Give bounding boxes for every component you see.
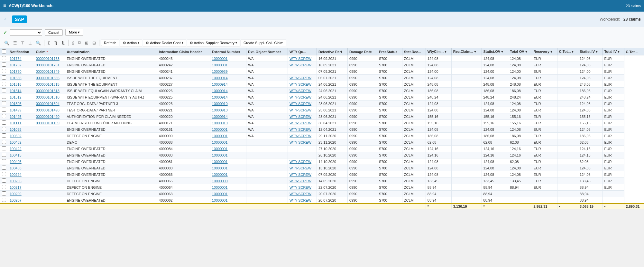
- cell-12-7[interactable]: WTY-SCREW: [288, 133, 317, 139]
- link-18-5[interactable]: 10000001: [212, 173, 228, 176]
- link-12-7[interactable]: WTY-SCREW: [290, 134, 311, 138]
- row-checkbox-cell[interactable]: [0, 88, 8, 94]
- col-wtyclm[interactable]: WtyCim... ▾: [426, 48, 451, 55]
- row-checkbox-cell[interactable]: [0, 107, 8, 113]
- row-checkbox[interactable]: [2, 95, 6, 99]
- row-checkbox[interactable]: [2, 82, 6, 86]
- search2-icon-btn[interactable]: 🔍: [34, 40, 42, 46]
- link-10-2[interactable]: 000000101109: [36, 121, 59, 125]
- cell-2-5[interactable]: 10000939: [210, 68, 246, 75]
- cell-8-2[interactable]: 000000101498: [34, 107, 65, 113]
- link-8-1[interactable]: 101499: [10, 108, 22, 112]
- cell-0-1[interactable]: 101764: [8, 55, 34, 62]
- row-checkbox[interactable]: [2, 127, 6, 131]
- col-total-ov[interactable]: Total OV ▾: [508, 48, 532, 55]
- row-checkbox[interactable]: [2, 62, 6, 67]
- cell-16-5[interactable]: 10000001: [210, 158, 246, 165]
- link-18-1[interactable]: 100294: [10, 173, 22, 176]
- list-icon-btn[interactable]: ☰: [12, 40, 19, 46]
- row-checkbox[interactable]: [2, 146, 6, 150]
- col-ctot[interactable]: C.Tot... ▾: [557, 48, 578, 55]
- row-checkbox[interactable]: [2, 172, 6, 176]
- row-checkbox-cell[interactable]: [0, 68, 8, 75]
- link-21-1[interactable]: 100209: [10, 192, 22, 196]
- cell-18-5[interactable]: 10000001: [210, 171, 246, 178]
- cell-9-1[interactable]: 101495: [8, 113, 34, 120]
- row-checkbox-cell[interactable]: [0, 75, 8, 81]
- cell-4-1[interactable]: 101516: [8, 81, 34, 88]
- link-6-2[interactable]: 000000101510: [36, 95, 59, 99]
- status-select[interactable]: [10, 29, 42, 36]
- cell-6-7[interactable]: WTY-SCREW: [288, 94, 317, 100]
- cell-4-2[interactable]: 000000101515: [34, 81, 65, 88]
- link-5-1[interactable]: 101514: [10, 89, 22, 93]
- link-0-1[interactable]: 101764: [10, 57, 22, 61]
- row-checkbox[interactable]: [2, 178, 6, 183]
- row-checkbox-cell[interactable]: [0, 126, 8, 133]
- row-checkbox-cell[interactable]: [0, 62, 8, 68]
- row-checkbox[interactable]: [2, 185, 6, 189]
- cell-5-5[interactable]: 10000914: [210, 88, 246, 94]
- row-checkbox[interactable]: [2, 75, 6, 80]
- link-8-7[interactable]: WTY-SCREW: [290, 108, 311, 112]
- link-12-5[interactable]: 10000001: [212, 134, 228, 138]
- link-2-1[interactable]: 101750: [10, 70, 22, 73]
- cell-0-7[interactable]: WTY-SCREW: [288, 55, 317, 62]
- cell-16-7[interactable]: WTY-SCREW: [288, 158, 317, 165]
- cell-12-5[interactable]: 10000001: [210, 133, 246, 139]
- cell-17-7[interactable]: WTY-SCREW: [288, 165, 317, 171]
- link-22-5[interactable]: 10000001: [212, 198, 228, 202]
- col-ext-number[interactable]: External Number: [210, 48, 246, 55]
- cell-8-7[interactable]: WTY-SCREW: [288, 107, 317, 113]
- cell-4-7[interactable]: WTY-SCREW: [288, 81, 317, 88]
- link-1-2[interactable]: 000000101761: [36, 63, 59, 67]
- row-checkbox[interactable]: [2, 198, 6, 202]
- col-stat-rec[interactable]: Stat.Rec...: [402, 48, 426, 55]
- row-checkbox[interactable]: [2, 159, 6, 163]
- hamburger-icon[interactable]: ≡: [3, 3, 6, 9]
- link-17-7[interactable]: WTY-SCREW: [290, 166, 311, 170]
- search-icon-btn[interactable]: 🔍: [3, 40, 11, 46]
- cell-1-1[interactable]: 101762: [8, 62, 34, 68]
- link-16-5[interactable]: 10000001: [212, 160, 228, 164]
- link-6-7[interactable]: WTY-SCREW: [290, 95, 311, 99]
- select-all-checkbox[interactable]: [2, 49, 6, 53]
- link-21-5[interactable]: 10000001: [212, 192, 228, 196]
- link-20-7[interactable]: WTY-SCREW: [290, 186, 311, 189]
- link-9-7[interactable]: WTY-SCREW: [290, 115, 311, 119]
- link-11-5[interactable]: 10000001: [212, 128, 228, 131]
- link-1-1[interactable]: 101762: [10, 63, 22, 67]
- cell-13-7[interactable]: WTY-SCREW: [288, 139, 317, 146]
- cell-7-2[interactable]: 000000101504: [34, 100, 65, 107]
- row-checkbox-cell[interactable]: [0, 100, 8, 107]
- link-0-2[interactable]: 000000101763: [36, 57, 59, 61]
- link-13-7[interactable]: WTY-SCREW: [290, 140, 311, 144]
- cell-3-1[interactable]: 101566: [8, 75, 34, 81]
- link-5-7[interactable]: WTY-SCREW: [290, 89, 311, 93]
- col-statist-ov[interactable]: Statist.OV ▾: [482, 48, 508, 55]
- link-15-5[interactable]: 10000001: [212, 153, 228, 157]
- cell-7-5[interactable]: 10000910: [210, 100, 246, 107]
- cell-20-5[interactable]: 10000001: [210, 184, 246, 191]
- link-13-1[interactable]: 100482: [10, 140, 22, 144]
- cell-2-1[interactable]: 101750: [8, 68, 34, 75]
- cell-5-2[interactable]: 000000101513: [34, 88, 65, 94]
- row-checkbox[interactable]: [2, 88, 6, 92]
- link-10-1[interactable]: 101111: [10, 121, 22, 125]
- cell-3-5[interactable]: 10000914: [210, 75, 246, 81]
- action-button[interactable]: ⚙ Action: [120, 40, 143, 46]
- cell-9-7[interactable]: WTY-SCREW: [288, 113, 317, 120]
- link-4-2[interactable]: 000000101515: [36, 82, 59, 86]
- cell-10-7[interactable]: WTY-SCREW: [288, 120, 317, 126]
- cell-21-1[interactable]: 100209: [8, 191, 34, 197]
- row-checkbox[interactable]: [2, 191, 6, 195]
- link-1-5[interactable]: 10000001: [212, 63, 228, 67]
- col-statist-iv[interactable]: Statist.IV ▾: [578, 48, 603, 55]
- cell-18-7[interactable]: WTY-SCREW: [288, 171, 317, 178]
- cell-5-1[interactable]: 101514: [8, 88, 34, 94]
- link-3-2[interactable]: 000000101565: [36, 76, 59, 80]
- link-7-5[interactable]: 10000910: [212, 102, 228, 106]
- row-checkbox[interactable]: [2, 120, 6, 125]
- row-checkbox[interactable]: [2, 56, 6, 60]
- row-checkbox-cell[interactable]: [0, 113, 8, 120]
